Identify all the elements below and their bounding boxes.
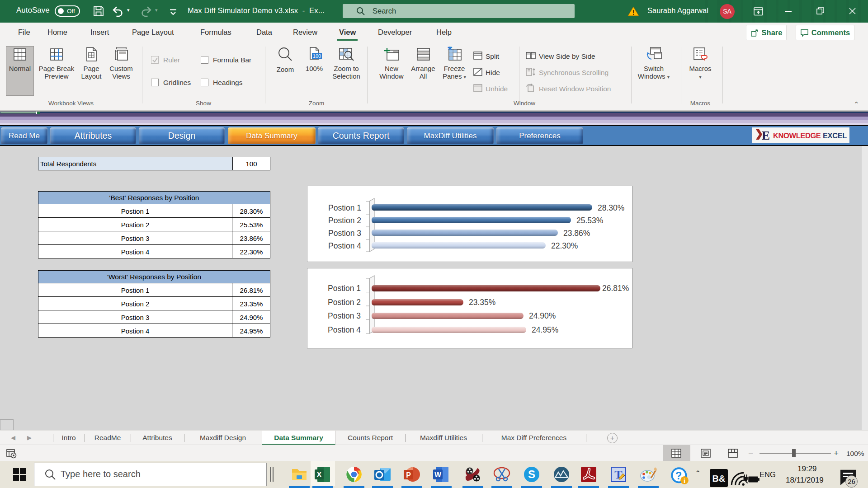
- svg-text:i: i: [684, 477, 685, 484]
- svg-text:KNOWLEDGE: KNOWLEDGE: [773, 131, 821, 140]
- svg-text:E: E: [762, 129, 770, 142]
- svg-text:T: T: [614, 468, 622, 481]
- svg-text:100: 100: [313, 53, 321, 59]
- svg-text:EXCEL: EXCEL: [823, 131, 847, 140]
- svg-text:B&: B&: [712, 474, 726, 483]
- svg-text:P: P: [406, 471, 411, 479]
- svg-text:W: W: [434, 471, 442, 479]
- svg-text:X: X: [316, 470, 322, 479]
- svg-text:*: *: [448, 47, 453, 56]
- svg-text:S: S: [528, 468, 535, 480]
